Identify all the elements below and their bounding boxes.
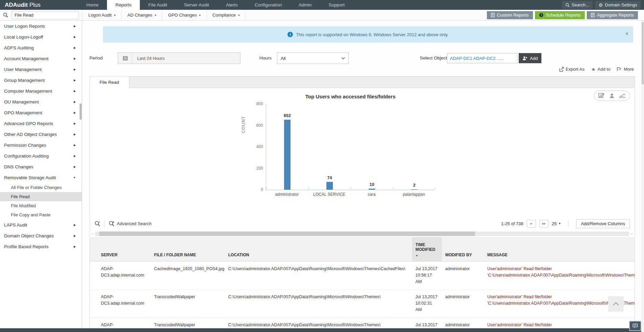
scrollbar-thumb[interactable]: [99, 232, 475, 236]
page-vertical-scrollbar[interactable]: [641, 21, 644, 332]
bar-administrator[interactable]: [284, 120, 291, 190]
scrollbar-track[interactable]: [95, 232, 629, 236]
sidebar-item-local-logon-logoff[interactable]: Local Logon-Logoff▶: [0, 31, 82, 42]
column-header-message[interactable]: MESSAGE: [484, 237, 635, 261]
sidebar-item-adfs-auditing[interactable]: ADFS Auditing▶: [0, 42, 82, 53]
bar-slot-local-service: 74: [308, 104, 351, 190]
more-label: More: [624, 67, 634, 72]
column-header-time-modified[interactable]: TIME MODIFIED▼: [412, 237, 442, 261]
custom-reports-button[interactable]: Custom Reports: [487, 11, 533, 19]
add-user-icon: [522, 56, 528, 61]
banner-close-icon[interactable]: ×: [625, 31, 628, 37]
toolbar-divider: [568, 220, 569, 227]
report-card: File Read Top Users who accessed files/f…: [89, 76, 635, 332]
sidebar-item-removable-storage-audit[interactable]: Removable Storage Audit▼: [0, 172, 82, 183]
select-objects-input[interactable]: [447, 53, 517, 63]
column-header-file-folder-name[interactable]: FILE / FOLDER NAME: [151, 237, 225, 261]
cell-modified-by: administrator: [442, 289, 484, 317]
sidebar-item-domain-object-changes[interactable]: Domain Object Changes▶: [0, 230, 82, 241]
refresh-chart-icon[interactable]: [619, 93, 625, 98]
domain-settings-button[interactable]: ⚙ Domain Settings: [595, 1, 641, 9]
more-button[interactable]: More: [617, 67, 634, 72]
cell-modified-by: administrator: [442, 261, 484, 289]
sidebar-subitem-all-file-or-folder-changes[interactable]: All File or Folder Changes: [0, 183, 82, 192]
advanced-search-icon[interactable]: [109, 221, 114, 227]
sidebar-item-profile-based-reports[interactable]: Profile Based Reports▶: [0, 241, 82, 252]
add-objects-button[interactable]: Add: [519, 53, 541, 63]
sidebar-item-laps-audit[interactable]: LAPS Audit▶: [0, 219, 82, 230]
page-size-select[interactable]: 25 ▼: [552, 221, 561, 226]
add-to-button[interactable]: ★ Add to: [591, 67, 610, 72]
feedback-chat-button[interactable]: [629, 321, 641, 331]
column-search-icon[interactable]: [94, 221, 100, 227]
tab-file-read[interactable]: File Read: [90, 76, 129, 88]
category-label-palaniappan: palaniappan: [393, 192, 435, 197]
sidebar-item-computer-management[interactable]: Computer Management▶: [0, 86, 82, 96]
sidebar-item-label: Advanced GPO Reports: [4, 121, 53, 126]
bar-palaniappan[interactable]: [411, 189, 417, 190]
bar-local-service[interactable]: [326, 182, 333, 190]
period-picker[interactable]: Last 24 Hours: [118, 52, 240, 64]
nav-item-configuration[interactable]: Configuration: [246, 0, 290, 10]
sidebar-subitem-file-read[interactable]: File Read: [0, 192, 82, 201]
cell-message: User'administrator' Read file/folder 'C:…: [484, 261, 635, 289]
bottom-bar: [0, 328, 644, 332]
sidebar-item-advanced-gpo-reports[interactable]: Advanced GPO Reports▶: [0, 118, 82, 129]
menu-gpo-changes[interactable]: GPO Changes▾: [162, 10, 206, 20]
table-row[interactable]: ADAP-DC3.adap.internal.comCachedImage_19…: [90, 261, 635, 289]
sidebar-item-label: ADFS Auditing: [4, 45, 34, 50]
menu-logon-audit[interactable]: Logon Audit▾: [82, 10, 121, 20]
sidebar-item-permission-changes[interactable]: Permission Changes▶: [0, 140, 82, 150]
sidebar-item-configuration-auditing[interactable]: Configuration Auditing▶: [0, 150, 82, 161]
advanced-search-label[interactable]: Advanced Search: [117, 221, 152, 226]
add-chart-icon[interactable]: [598, 93, 604, 98]
vertical-scrollbar-thumb[interactable]: [642, 22, 644, 85]
scroll-left-arrow[interactable]: ‹: [90, 231, 95, 236]
column-header-modified-by[interactable]: MODIFIED BY: [442, 237, 484, 261]
y-tick-label: 0: [248, 187, 263, 192]
sidebar-item-user-logon-reports[interactable]: User Logon Reports▶: [0, 21, 82, 31]
nav-item-admin[interactable]: Admin: [290, 0, 320, 10]
sidebar-subitem-file-modified[interactable]: File Modified: [0, 201, 82, 210]
user-chart-icon[interactable]: [609, 93, 615, 98]
menu-label: Compliance: [213, 13, 236, 18]
column-header-location[interactable]: LOCATION: [225, 237, 412, 261]
scroll-to-top-button[interactable]: [608, 296, 624, 312]
sidebar-scrollbar-thumb[interactable]: [80, 103, 82, 120]
menu-compliance[interactable]: Compliance▾: [207, 10, 246, 20]
menu-ad-changes[interactable]: AD Changes▾: [121, 10, 162, 20]
sidebar-item-other-ad-object-changes[interactable]: Other AD Object Changes▶: [0, 129, 82, 140]
sidebar-item-group-management[interactable]: Group Management▶: [0, 75, 82, 86]
sidebar-item-label: Profile Based Reports: [4, 244, 48, 249]
add-remove-columns-button[interactable]: Add/Remove Columns: [576, 219, 630, 228]
domain-settings-label: Domain Settings: [605, 2, 637, 7]
sidebar-item-ou-management[interactable]: OU Management▶: [0, 96, 82, 107]
column-header-server[interactable]: SERVER: [90, 237, 151, 261]
nav-item-support[interactable]: Support: [320, 0, 353, 10]
export-as-button[interactable]: Export As: [559, 67, 585, 72]
sidebar-item-user-management[interactable]: User Management▶: [0, 64, 82, 75]
report-search-input[interactable]: [11, 11, 79, 19]
last-page-button[interactable]: ▶▶: [539, 220, 549, 228]
global-search-button[interactable]: Search...: [562, 1, 593, 9]
cell-time-modified: Jul 13,2017 10:56:17 AM: [412, 261, 442, 289]
nav-item-server-audit[interactable]: Server Audit: [176, 0, 218, 10]
table-row[interactable]: ADAP-DC3.adap.internal.comTranscodedWall…: [90, 289, 635, 317]
bar-sara[interactable]: [369, 189, 375, 190]
report-search-icon[interactable]: [3, 13, 8, 18]
nav-item-reports[interactable]: Reports: [107, 0, 140, 10]
next-page-button[interactable]: ▶: [527, 220, 536, 228]
nav-item-home[interactable]: Home: [78, 0, 107, 10]
hours-select[interactable]: All: [277, 52, 349, 64]
sidebar-item-gpo-management[interactable]: GPO Management▶: [0, 107, 82, 118]
nav-item-alerts[interactable]: Alerts: [217, 0, 246, 10]
scroll-right-arrow[interactable]: ›: [629, 231, 635, 236]
sort-desc-icon[interactable]: ▼: [415, 254, 438, 257]
nav-item-file-audit[interactable]: File Audit: [140, 0, 176, 10]
sidebar-subitem-file-copy-and-paste[interactable]: File Copy and Paste: [0, 210, 82, 219]
aggregate-reports-button[interactable]: Aggregate Reports: [587, 11, 638, 19]
bar-chart-plot: 65274102: [266, 104, 435, 190]
sidebar-item-dns-changes[interactable]: DNS Changes▶: [0, 161, 82, 172]
sidebar-item-account-management[interactable]: Account Management▶: [0, 53, 82, 64]
schedule-reports-button[interactable]: Schedule Reports: [535, 11, 585, 19]
